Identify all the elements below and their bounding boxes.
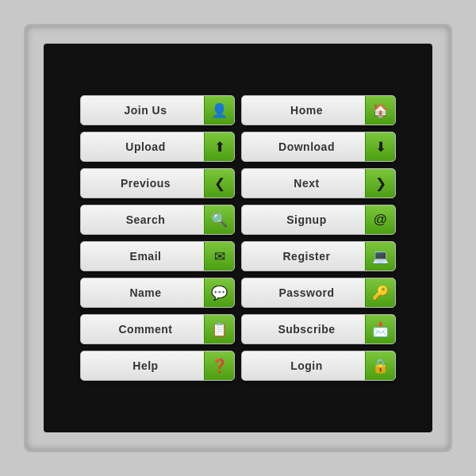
- subscribe-icon: 📩: [365, 314, 395, 344]
- signup-label: Signup: [242, 213, 365, 226]
- comment-icon: 📋: [204, 314, 234, 344]
- outer-frame: Join Us👤Home🏠Upload⬆Download⬇Previous❮Ne…: [24, 24, 452, 452]
- register-button[interactable]: Register💻: [241, 241, 396, 271]
- register-icon: 💻: [365, 241, 395, 271]
- email-button[interactable]: Email✉: [80, 241, 235, 271]
- upload-button[interactable]: Upload⬆: [80, 132, 235, 162]
- signup-button[interactable]: Signup@: [241, 205, 396, 235]
- password-icon: 🔑: [365, 278, 395, 308]
- password-button[interactable]: Password🔑: [241, 278, 396, 308]
- register-label: Register: [242, 250, 365, 263]
- signup-icon: @: [365, 205, 395, 235]
- upload-icon: ⬆: [204, 132, 234, 162]
- help-label: Help: [81, 359, 204, 372]
- next-label: Next: [242, 177, 365, 190]
- button-grid: Join Us👤Home🏠Upload⬆Download⬇Previous❮Ne…: [72, 87, 404, 389]
- search-icon: 🔍: [204, 205, 234, 235]
- login-icon: 🔒: [365, 351, 395, 381]
- join-us-button[interactable]: Join Us👤: [80, 95, 235, 125]
- name-button[interactable]: Name💬: [80, 278, 235, 308]
- download-button[interactable]: Download⬇: [241, 132, 396, 162]
- password-label: Password: [242, 286, 365, 299]
- login-label: Login: [242, 359, 365, 372]
- home-icon: 🏠: [365, 95, 395, 125]
- upload-label: Upload: [81, 140, 204, 153]
- next-button[interactable]: Next❯: [241, 168, 396, 198]
- previous-button[interactable]: Previous❮: [80, 168, 235, 198]
- help-icon: ❓: [204, 351, 234, 381]
- subscribe-label: Subscribe: [242, 323, 365, 336]
- name-icon: 💬: [204, 278, 234, 308]
- join-us-icon: 👤: [204, 95, 234, 125]
- search-label: Search: [81, 213, 204, 226]
- download-label: Download: [242, 140, 365, 153]
- comment-button[interactable]: Comment📋: [80, 314, 235, 344]
- name-label: Name: [81, 286, 204, 299]
- email-icon: ✉: [204, 241, 234, 271]
- search-button[interactable]: Search🔍: [80, 205, 235, 235]
- join-us-label: Join Us: [81, 104, 204, 117]
- inner-panel: Join Us👤Home🏠Upload⬆Download⬇Previous❮Ne…: [44, 44, 432, 432]
- comment-label: Comment: [81, 323, 204, 336]
- help-button[interactable]: Help❓: [80, 351, 235, 381]
- previous-icon: ❮: [204, 168, 234, 198]
- home-label: Home: [242, 104, 365, 117]
- subscribe-button[interactable]: Subscribe📩: [241, 314, 396, 344]
- next-icon: ❯: [365, 168, 395, 198]
- download-icon: ⬇: [365, 132, 395, 162]
- login-button[interactable]: Login🔒: [241, 351, 396, 381]
- home-button[interactable]: Home🏠: [241, 95, 396, 125]
- email-label: Email: [81, 250, 204, 263]
- previous-label: Previous: [81, 177, 204, 190]
